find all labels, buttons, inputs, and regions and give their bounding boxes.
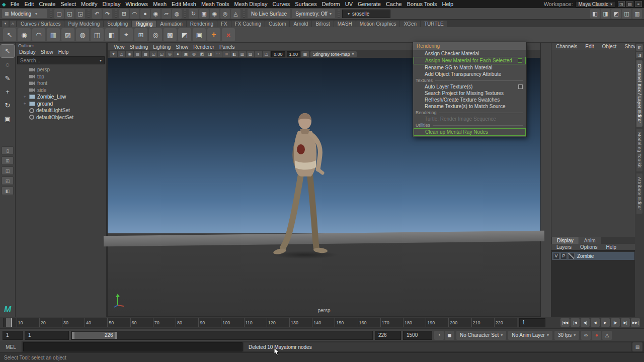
layer-visible-toggle[interactable]: V [553, 253, 559, 259]
grip-divider[interactable] [50, 10, 52, 18]
next-key-icon[interactable]: ▶| [621, 318, 630, 327]
display-layer-row[interactable]: V P Zombie [552, 252, 634, 260]
menu-item[interactable]: Generate [355, 0, 383, 8]
redo-icon[interactable]: ↷ [103, 9, 112, 19]
outliner-item[interactable]: front [16, 80, 106, 87]
channel-box-menu-item[interactable]: Channels [554, 44, 579, 49]
symmetry-selector[interactable]: Symmetry: Off ▾ [292, 9, 335, 18]
anim-layer-selector[interactable]: No Anim Layer ▾ [508, 331, 552, 340]
option-box-icon[interactable] [518, 58, 522, 63]
menu-item[interactable]: UV [343, 0, 355, 8]
shelf-detach-skin-icon[interactable]: ▨ [61, 28, 74, 41]
xray-icon[interactable]: ▨ [247, 51, 254, 57]
shelf-tab[interactable]: Custom [265, 21, 289, 27]
scale-tool-icon[interactable]: ▣ [1, 113, 14, 125]
range-slider-handle[interactable]: 226 [72, 332, 117, 339]
snap-to-projected-center-icon[interactable]: ◉ [151, 9, 160, 19]
current-frame-field[interactable]: 1 [519, 318, 545, 327]
dock-right-icon[interactable]: ◨ [636, 52, 643, 58]
popup-menu-item[interactable]: Search Project for Missing Textures [414, 90, 526, 97]
field-menu-icon[interactable]: ▾ [348, 12, 350, 16]
popup-menu-item[interactable]: Auto Layer Texture(s) [414, 83, 526, 90]
shelf-gear-icon[interactable]: ◬ [10, 21, 16, 27]
menu-set-selector[interactable]: ▦ Modeling ▾ [2, 9, 47, 18]
sidebar-tool-settings-icon[interactable]: ◨ [601, 9, 610, 19]
shelf-ik-handle-icon[interactable]: ◠ [32, 28, 45, 41]
menu-item[interactable]: Edit Mesh [169, 0, 199, 8]
playback-start-field[interactable]: 1 [25, 331, 69, 340]
option-box-icon[interactable] [518, 84, 523, 89]
viewport-menu-item[interactable]: Lighting [151, 44, 173, 50]
shelf-tab[interactable]: Curves / Surfaces [17, 21, 64, 27]
menu-item[interactable]: Curves [270, 0, 292, 8]
depth-of-field-icon[interactable]: ◧ [230, 51, 238, 57]
sound-mute-icon[interactable]: ◼ [445, 331, 454, 340]
grip-divider[interactable] [88, 10, 90, 18]
shelf-lattice-icon[interactable]: ▩ [164, 28, 177, 41]
grip-divider[interactable] [243, 10, 245, 18]
current-frame-marker[interactable] [6, 318, 12, 327]
image-plane-icon[interactable]: ▦ [142, 51, 149, 57]
popup-title[interactable]: Rendering [413, 42, 526, 50]
shelf-paint-weights-icon[interactable]: ◍ [76, 28, 89, 41]
menu-item[interactable]: Create [36, 0, 58, 8]
viewport-menu-item[interactable]: View [112, 44, 127, 50]
auto-key-icon[interactable]: ● [592, 331, 601, 340]
menu-item[interactable]: Help [439, 0, 456, 8]
workspace-selector[interactable]: Maya Classic ▾ [576, 1, 615, 8]
animation-end-field[interactable]: 1500 [403, 331, 432, 340]
shelf-tab[interactable]: Animation [156, 21, 186, 27]
popup-menu-item[interactable]: Rendering [414, 110, 526, 116]
channel-box-menu-item[interactable]: Edit [583, 44, 596, 49]
shelf-mirror-weights-icon[interactable]: ◫ [91, 28, 104, 41]
render-settings-icon[interactable]: ◬ [231, 9, 240, 19]
tonemap-selector[interactable]: Stingray tone-map ▾ [310, 51, 357, 57]
shelf-tab[interactable]: FX Caching [231, 21, 265, 27]
shelf-cluster-icon[interactable]: ◎ [149, 28, 162, 41]
isolate-select-icon[interactable]: ▥ [238, 51, 246, 57]
shelf-select-icon[interactable]: ↖ [3, 28, 16, 41]
lasso-tool-icon[interactable]: ◌ [1, 58, 14, 71]
layout-single-pane-icon[interactable]: ▯ [2, 146, 14, 155]
sidebar-attribute-editor-icon[interactable]: ◧ [590, 9, 600, 19]
go-to-end-icon[interactable]: ▶▶| [631, 318, 640, 327]
shelf-tab[interactable]: Bifrost [312, 21, 333, 27]
play-forwards-icon[interactable]: ▶ [601, 318, 610, 327]
shelf-joint-tool-icon[interactable]: ◉ [18, 28, 31, 41]
next-frame-icon[interactable]: |▶ [611, 318, 620, 327]
channel-box-menu-item[interactable]: Object [600, 44, 619, 49]
textured-icon[interactable]: ▣ [182, 51, 190, 57]
undo-icon[interactable]: ↶ [92, 9, 102, 19]
shelf-skin-bind-icon[interactable]: ▦ [47, 28, 60, 41]
oversampling-icon[interactable]: ◲ [158, 51, 166, 57]
outliner-item[interactable]: + Zombie_Low [16, 94, 106, 101]
layer-editor-menu-item[interactable]: Help [604, 244, 618, 250]
shelf-tab[interactable]: XGen [400, 21, 420, 27]
popup-menu-item[interactable]: Clean up Mental Ray Nodes [414, 128, 526, 136]
shelf-add-attr-icon[interactable]: + [207, 28, 220, 41]
prev-key-icon[interactable]: |◀ [571, 318, 580, 327]
viewport-menu-item[interactable]: Show [174, 44, 190, 50]
snap-to-grid-icon[interactable]: ⊞ [119, 9, 129, 19]
viewport-menu-item[interactable]: Shading [128, 44, 150, 50]
tonemap-icon[interactable]: ▦ [301, 51, 309, 57]
popup-menu-item[interactable]: Turtle: Render Image Sequence [414, 116, 526, 122]
no-live-surface-button[interactable]: No Live Surface [248, 9, 290, 18]
layout-hypershade-icon[interactable]: ◧ [2, 187, 14, 195]
layer-editor-tab[interactable]: Anim [579, 237, 601, 244]
grip-divider[interactable] [338, 10, 340, 18]
grip-divider[interactable] [115, 10, 117, 18]
shelf-tab[interactable]: Motion Graphics [356, 21, 400, 27]
render-current-frame-icon[interactable]: ◉ [210, 9, 219, 19]
exposure-field[interactable]: 0.00 [271, 51, 285, 57]
menu-item[interactable]: Edit [22, 0, 36, 8]
popup-menu-item[interactable]: Textures [414, 77, 526, 83]
animation-start-field[interactable]: 1 [3, 331, 23, 340]
motion-blur-icon[interactable]: ◠ [214, 51, 222, 57]
viewport-menu-item[interactable]: Panels [217, 44, 237, 50]
camera-attributes-icon[interactable]: ◉ [126, 51, 133, 57]
shelf-menu-icon[interactable]: ▾ [2, 21, 9, 27]
screen-space-ao-icon[interactable]: ◨ [206, 51, 214, 57]
shelf-delete-attr-icon[interactable]: × [222, 28, 235, 41]
ipr-render-icon[interactable]: ◎ [220, 9, 230, 19]
